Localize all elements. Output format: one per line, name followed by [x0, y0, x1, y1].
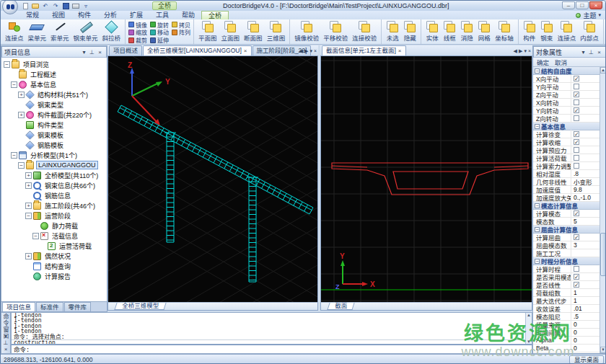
- checkbox[interactable]: ✓: [574, 234, 579, 240]
- command-prompt[interactable]: 命令:: [11, 345, 532, 354]
- collapse-icon[interactable]: −: [11, 152, 17, 159]
- pin-icon[interactable]: ⊥: [1, 339, 10, 346]
- panel-tab[interactable]: 标准件: [36, 302, 63, 311]
- toolbar-button[interactable]: 线框: [441, 21, 458, 42]
- toolbar-button[interactable]: 连接点: [556, 21, 579, 42]
- checkbox[interactable]: [574, 84, 579, 89]
- tree-item[interactable]: −LAINXUGANGGOU: [1, 160, 107, 170]
- tree-item[interactable]: +施工阶段(共46个): [1, 200, 107, 210]
- bridge-3d-canvas[interactable]: Z Y: [108, 56, 318, 302]
- panel-tab[interactable]: 零件库: [64, 302, 92, 311]
- tree-item[interactable]: +构件截面(共220个): [1, 110, 107, 120]
- expand-icon[interactable]: +: [18, 112, 25, 118]
- toolbar-button[interactable]: 钢束单元: [71, 21, 100, 42]
- undo-button[interactable]: ↶: [41, 2, 50, 10]
- collapse-icon[interactable]: −: [535, 203, 540, 208]
- tree-item[interactable]: −基本信息: [1, 79, 107, 89]
- viewport-splitter[interactable]: [318, 45, 320, 311]
- toolbar-button[interactable]: 镜像校验: [292, 21, 321, 42]
- collapse-icon[interactable]: −: [535, 68, 540, 74]
- toolbar-button[interactable]: 裁剪: [128, 37, 147, 44]
- close-icon[interactable]: ×: [595, 49, 603, 56]
- scrollbar-thumb[interactable]: [600, 233, 606, 276]
- collapse-icon[interactable]: −: [18, 162, 25, 169]
- toolbar-button[interactable]: 断面图: [242, 21, 265, 42]
- expand-icon[interactable]: +: [25, 172, 32, 179]
- checkbox[interactable]: [574, 155, 579, 161]
- toolbar-button[interactable]: 钢束: [538, 21, 556, 42]
- qat-overflow-button[interactable]: ▿: [82, 2, 90, 10]
- checkbox[interactable]: [574, 266, 579, 272]
- checkbox[interactable]: [574, 147, 579, 153]
- checkbox[interactable]: ✓: [574, 274, 579, 280]
- tab-scroll-right-icon[interactable]: ▶: [519, 48, 522, 54]
- maximize-button[interactable]: □: [576, 1, 589, 9]
- tree-item[interactable]: 钢筋信息: [1, 190, 107, 200]
- toolbar-button[interactable]: 连接点: [3, 21, 26, 42]
- menu-item[interactable]: 常规: [19, 11, 45, 19]
- expand-icon[interactable]: +: [25, 253, 32, 259]
- toolbar-button[interactable]: 延伸: [150, 37, 169, 44]
- menu-item[interactable]: 扩展: [123, 11, 149, 19]
- theme-selector[interactable]: 主题 ▾: [576, 11, 601, 19]
- redo-button[interactable]: ↷: [51, 2, 60, 10]
- tree-item[interactable]: 构件类型: [1, 120, 107, 130]
- tab-list-icon[interactable]: ▾: [309, 48, 312, 54]
- command-window[interactable]: 1-tendon1-tendon1-tendon1-tendon命令: 选择对角…: [11, 312, 532, 345]
- tree-item[interactable]: −分析模型(共1个): [1, 150, 107, 160]
- tree-item[interactable]: +全桥模型(共110个): [1, 170, 107, 180]
- section-canvas[interactable]: Y X Z: [321, 56, 532, 302]
- close-icon[interactable]: ×: [1, 346, 10, 352]
- collapse-icon[interactable]: −: [535, 259, 540, 264]
- checkbox[interactable]: ✓: [574, 107, 579, 113]
- toolbar-button[interactable]: 索单元: [48, 21, 71, 42]
- toolbar-button[interactable]: 隐藏: [401, 21, 418, 42]
- checkbox[interactable]: [574, 163, 579, 169]
- toolbar-button[interactable]: 构件: [521, 21, 538, 42]
- tree-item[interactable]: 运营活荷载: [1, 241, 107, 251]
- tab-close-icon[interactable]: ×: [314, 48, 317, 54]
- tab-close-icon[interactable]: ×: [528, 48, 531, 54]
- property-row[interactable]: 时间间隔0: [533, 329, 600, 337]
- toolbar-button[interactable]: 内部点: [578, 21, 601, 42]
- scroll-down-icon[interactable]: ▼: [600, 347, 606, 353]
- scroll-up-icon[interactable]: ▲: [527, 313, 531, 317]
- toolbar-button[interactable]: 阵列: [172, 29, 190, 36]
- viewport-section-tab[interactable]: 截面: [327, 303, 354, 310]
- toolbar-button[interactable]: 旋转: [150, 21, 169, 28]
- toolbar-button[interactable]: 斜拉桥: [100, 21, 123, 42]
- toolbar-button[interactable]: 拷贝: [172, 21, 190, 28]
- menu-item[interactable]: 工具: [149, 11, 175, 19]
- tab-close-icon[interactable]: ×: [398, 46, 402, 56]
- tab-close-icon[interactable]: ×: [244, 46, 247, 56]
- toolbar-button[interactable]: 网格: [475, 21, 493, 42]
- scroll-down-icon[interactable]: ▼: [526, 339, 532, 344]
- pin-icon[interactable]: ⊥: [587, 49, 595, 56]
- menu-item[interactable]: 帮助: [175, 11, 201, 19]
- document-tab[interactable]: 截面信息[单元:1左主截面]×: [322, 45, 406, 56]
- minimize-button[interactable]: ‒: [562, 1, 575, 9]
- scroll-up-icon[interactable]: ▲: [600, 67, 606, 74]
- new-document-button[interactable]: [21, 2, 30, 10]
- collapse-icon[interactable]: −: [535, 227, 540, 232]
- tree-item[interactable]: 钢筋模板: [1, 140, 107, 150]
- cancel-button[interactable]: 取消: [555, 58, 567, 66]
- checkbox[interactable]: ✓: [574, 282, 579, 288]
- tree-item[interactable]: 结构查询: [1, 261, 107, 271]
- toolbar-button[interactable]: 实体: [423, 21, 441, 42]
- checkbox[interactable]: [574, 115, 579, 121]
- checkbox[interactable]: ✓: [574, 210, 579, 216]
- tree-item[interactable]: 钢束模板: [1, 130, 107, 140]
- menu-item[interactable]: 构件: [71, 11, 97, 19]
- checkbox[interactable]: ✓: [574, 139, 579, 145]
- show-desktop-button[interactable]: 显示桌面: [569, 355, 604, 364]
- tree-item[interactable]: −项目浏览: [1, 59, 107, 69]
- viewport-3d-tab[interactable]: 全桥三维模型: [114, 303, 166, 310]
- panel-tab[interactable]: 项目信息: [2, 302, 35, 311]
- toolbar-button[interactable]: 三维图: [265, 21, 288, 42]
- toolbar-button[interactable]: 缩放: [128, 29, 147, 36]
- menu-item[interactable]: 视图: [45, 11, 71, 19]
- pin-icon[interactable]: ⊥: [88, 49, 96, 56]
- save-button[interactable]: [61, 2, 70, 10]
- tab-scroll-left-icon[interactable]: ◀: [514, 48, 517, 54]
